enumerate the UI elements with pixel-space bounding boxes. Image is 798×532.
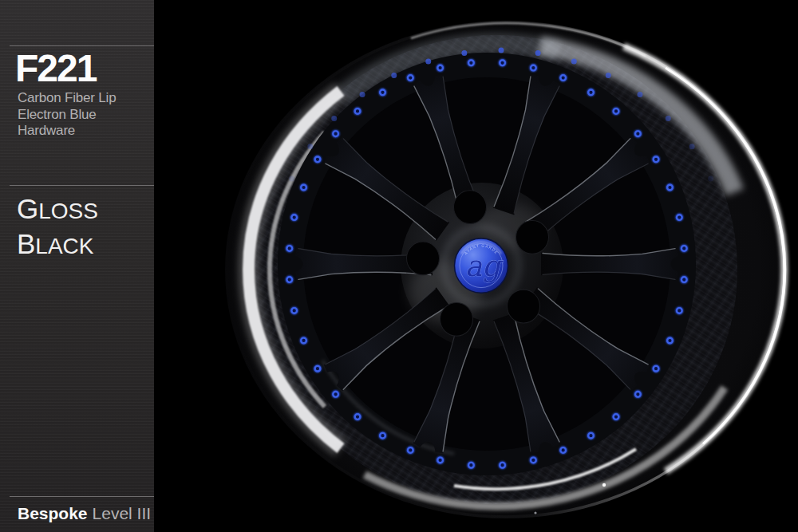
bespoke-level: BespokeLevel III: [18, 504, 151, 523]
finish-word1-rest: LOSS: [38, 199, 98, 223]
divider-bottom: [10, 496, 154, 497]
model-subtitle-line1: Carbon Fiber Lip: [18, 90, 154, 107]
bespoke-label: Bespoke: [18, 504, 88, 522]
reflection-speck: [602, 483, 606, 487]
reflection-speck-2: [534, 511, 536, 514]
wheel-svg: AVANT GARDE ag: [0, 0, 798, 532]
finish-word2-rest: LACK: [35, 234, 93, 258]
product-screenshot: F221 Carbon Fiber Lip Electron Blue Hard…: [0, 0, 798, 532]
model-subtitle: Carbon Fiber Lip Electron Blue Hardware: [18, 90, 154, 140]
wheel-image: AVANT GARDE ag: [0, 0, 798, 532]
finish-word-1: GLOSS: [17, 193, 98, 225]
model-name: F221: [15, 49, 96, 88]
level-label: Level III: [93, 504, 152, 522]
center-cap: AVANT GARDE ag: [455, 238, 508, 293]
cap-logo-text: ag: [465, 249, 504, 283]
finish-word2-initial: B: [17, 228, 35, 259]
finish-word-2: BLACK: [17, 228, 94, 260]
divider-middle: [10, 185, 154, 186]
finish-word1-initial: G: [17, 193, 38, 224]
divider-top: [10, 45, 154, 46]
model-subtitle-line2: Electron Blue Hardware: [18, 107, 154, 140]
